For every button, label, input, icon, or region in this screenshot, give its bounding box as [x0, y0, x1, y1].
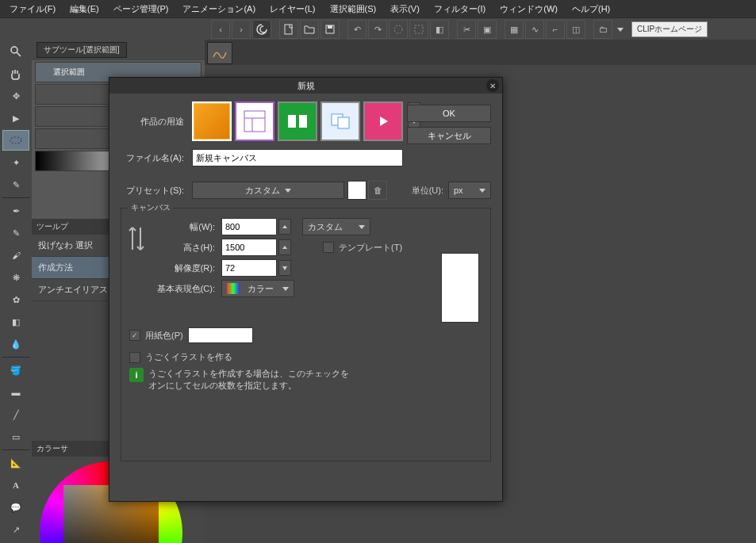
menu-window[interactable]: ウィンドウ(W): [493, 1, 564, 17]
redo-icon[interactable]: ↷: [368, 20, 387, 39]
purpose-print-icon[interactable]: [278, 101, 317, 141]
cancel-button[interactable]: キャンセル: [407, 127, 491, 144]
preset-save-icon[interactable]: [347, 181, 366, 200]
snap-icon[interactable]: ⌐: [546, 20, 565, 39]
resolution-dropdown[interactable]: [278, 260, 291, 276]
airbrush-tool-icon[interactable]: ❋: [2, 267, 29, 288]
svg-rect-2: [328, 25, 332, 29]
perspective-icon[interactable]: ◫: [566, 20, 585, 39]
color-bars-icon: [227, 283, 240, 294]
chevron-down-icon[interactable]: [617, 28, 624, 32]
paper-color-swatch[interactable]: [188, 327, 253, 343]
fill-tool-icon[interactable]: 🪣: [2, 360, 29, 380]
filename-input[interactable]: [192, 149, 403, 166]
eraser-tool-icon[interactable]: ◧: [2, 312, 29, 332]
svg-point-5: [11, 47, 17, 53]
gradient-tool-icon[interactable]: ▬: [2, 382, 29, 403]
purpose-animation-icon[interactable]: [363, 101, 403, 141]
eyedropper-tool-icon[interactable]: ✎: [2, 174, 29, 195]
move-tool-icon[interactable]: ✥: [2, 86, 29, 106]
menu-view[interactable]: 表示(V): [384, 1, 426, 17]
template-checkbox[interactable]: [323, 242, 334, 253]
preset-dropdown[interactable]: カスタム: [192, 182, 344, 199]
paper-color-label: 用紙色(P): [145, 330, 183, 342]
decoration-tool-icon[interactable]: ✿: [2, 289, 29, 310]
main-toolbar: ‹ › ↶ ↷ ◧ ✂ ▣ ▦ ∿ ⌐ ◫ 🗀 CLIPホームページ: [0, 17, 756, 41]
correct-tool-icon[interactable]: ↗: [2, 519, 29, 540]
filename-label: ファイル名(A):: [121, 152, 192, 164]
undo-icon[interactable]: ↶: [347, 20, 366, 39]
ruler-icon[interactable]: ∿: [525, 20, 544, 39]
ok-button[interactable]: OK: [407, 105, 491, 122]
balloon-tool-icon[interactable]: 💬: [2, 497, 29, 518]
canvas-legend: キャンバス: [128, 202, 174, 213]
purpose-illustration-icon[interactable]: [192, 101, 232, 141]
frame-tool-icon[interactable]: ▭: [2, 426, 29, 447]
width-spinner[interactable]: [278, 219, 291, 235]
ruler-tool-icon[interactable]: 📐: [2, 453, 29, 473]
height-spinner[interactable]: [278, 239, 291, 255]
dialog-titlebar[interactable]: 新規 ✕: [109, 78, 502, 94]
size-preset-dropdown[interactable]: カスタム: [302, 218, 370, 235]
open-folder-icon[interactable]: [300, 20, 319, 39]
animation-info-text: うごくイラストを作成する場合は、このチェックをオンにしてセルの枚数を指定します。: [148, 368, 355, 392]
document-tab[interactable]: [207, 42, 232, 64]
figure-tool-icon[interactable]: ╱: [2, 404, 29, 425]
chevron-right-icon[interactable]: ›: [232, 20, 251, 39]
subtool-tab[interactable]: サブツール[選択範囲]: [36, 42, 127, 58]
material-icon[interactable]: 🗀: [593, 20, 612, 39]
magnifier-tool-icon[interactable]: [2, 41, 29, 62]
clip-homepage-link[interactable]: CLIPホームページ: [631, 21, 708, 37]
trash-icon[interactable]: 🗑: [368, 181, 387, 200]
spiral-icon[interactable]: [252, 20, 271, 39]
unit-dropdown[interactable]: px: [448, 182, 491, 199]
save-icon[interactable]: [320, 20, 340, 39]
outside-icon[interactable]: [409, 20, 428, 39]
text-tool-icon[interactable]: A: [2, 475, 29, 495]
transform-icon[interactable]: ▣: [478, 20, 497, 39]
swap-dimensions-icon[interactable]: [128, 223, 145, 254]
menu-page[interactable]: ページ管理(P): [107, 1, 175, 17]
new-file-icon[interactable]: [279, 20, 298, 39]
brush-tool-icon[interactable]: 🖌: [2, 245, 29, 266]
colormode-dropdown[interactable]: カラー: [221, 280, 294, 297]
tool-palette: ✥ ▶ ✦ ✎ ✒ ✎ 🖌 ❋ ✿ ◧ 💧 🪣 ▬ ╱ ▭ 📐 A 💬 ↗: [0, 40, 33, 543]
width-input[interactable]: [221, 218, 277, 235]
menu-filter[interactable]: フィルター(I): [428, 1, 492, 17]
menu-bar: ファイル(F) 編集(E) ページ管理(P) アニメーション(A) レイヤー(L…: [0, 0, 756, 17]
unit-value: px: [454, 185, 463, 195]
menu-edit[interactable]: 編集(E): [63, 1, 106, 17]
animation-checkbox[interactable]: [129, 352, 140, 363]
svg-point-3: [394, 25, 402, 33]
height-input[interactable]: [221, 239, 277, 256]
menu-help[interactable]: ヘルプ(H): [566, 1, 616, 17]
pen-tool-icon[interactable]: ✒: [2, 201, 29, 221]
clear-icon[interactable]: [389, 20, 408, 39]
fill-icon[interactable]: ◧: [430, 20, 449, 39]
selection-tool-icon[interactable]: [2, 130, 29, 151]
blend-tool-icon[interactable]: 💧: [2, 334, 29, 354]
grid-icon[interactable]: ▦: [505, 20, 524, 39]
menu-layer[interactable]: レイヤー(L): [263, 1, 321, 17]
operation-tool-icon[interactable]: ▶: [2, 108, 29, 128]
paper-color-checkbox[interactable]: [129, 330, 140, 341]
hand-tool-icon[interactable]: [2, 63, 29, 84]
subtool-tab-label: サブツール[選択範囲]: [44, 45, 120, 54]
crop-icon[interactable]: ✂: [457, 20, 476, 39]
template-label: テンプレート(T): [339, 242, 402, 254]
menu-animation[interactable]: アニメーション(A): [176, 1, 262, 17]
colormode-value: カラー: [248, 283, 274, 295]
pencil-tool-icon[interactable]: ✎: [2, 223, 29, 243]
new-document-dialog: 新規 ✕ OK キャンセル 作品の用途 ファイル名(A):: [109, 77, 503, 502]
menu-selection[interactable]: 選択範囲(S): [324, 1, 383, 17]
purpose-label: 作品の用途: [121, 116, 192, 128]
chevron-left-icon[interactable]: ‹: [211, 20, 230, 39]
wand-tool-icon[interactable]: ✦: [2, 152, 29, 173]
purpose-comic-icon[interactable]: [235, 101, 274, 141]
dialog-title: 新規: [297, 80, 315, 92]
purpose-photo-icon[interactable]: [320, 101, 360, 141]
resolution-input[interactable]: [221, 259, 277, 277]
svg-line-6: [17, 52, 21, 56]
menu-file[interactable]: ファイル(F): [3, 1, 62, 17]
close-icon[interactable]: ✕: [486, 79, 499, 92]
